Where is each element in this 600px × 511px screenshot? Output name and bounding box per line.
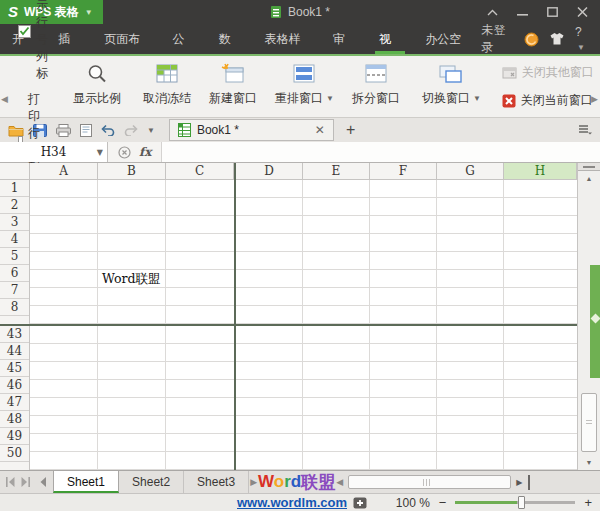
column-header-E[interactable]: E	[303, 163, 370, 179]
status-view-icon[interactable]	[353, 497, 367, 509]
row-header-49[interactable]: 49	[0, 428, 29, 445]
row-header-48[interactable]: 48	[0, 411, 29, 428]
cell-b6-text[interactable]: Word联盟	[102, 270, 161, 288]
column-header-C[interactable]: C	[166, 163, 234, 179]
workbook-tab[interactable]: Book1 * ✕	[169, 119, 334, 141]
vertical-split-handle[interactable]	[578, 163, 600, 171]
menu-tab-视图[interactable]: 视图	[367, 24, 413, 54]
row-header-47[interactable]: 47	[0, 394, 29, 411]
print-icon[interactable]	[56, 124, 71, 137]
close-other-windows-icon	[502, 66, 517, 79]
name-box[interactable]: H34 ▼	[0, 142, 108, 162]
row-header-1[interactable]: 1	[0, 180, 29, 197]
row-header-3[interactable]: 3	[0, 214, 29, 231]
menu-tab-表格样式[interactable]: 表格样式	[253, 24, 321, 54]
new-window-button[interactable]: 新建窗口	[200, 56, 266, 117]
new-window-icon	[221, 63, 245, 85]
scroll-right-icon[interactable]: ▶	[516, 478, 522, 487]
menu-tab-数据[interactable]: 数据	[207, 24, 253, 54]
minimize-button[interactable]	[516, 6, 528, 18]
title-bar: Book1 * S WPS 表格 ▼	[0, 0, 600, 24]
row-header-46[interactable]: 46	[0, 377, 29, 394]
menu-tab-插入[interactable]: 插入	[46, 24, 92, 54]
first-sheet-icon[interactable]	[5, 477, 16, 487]
spreadsheet-grid: ABCDEFGH 12345678 4344454647484950 Word联…	[0, 163, 600, 470]
scroll-up-icon[interactable]: ▲	[578, 171, 600, 186]
column-header-D[interactable]: D	[236, 163, 303, 179]
close-window-button[interactable]	[576, 6, 588, 18]
zoom-out-button[interactable]: −	[439, 494, 447, 511]
chevron-down-icon: ▼	[97, 148, 103, 157]
login-status[interactable]: 未登录	[481, 22, 514, 56]
column-header-row: ABCDEFGH	[0, 163, 577, 180]
collapse-ribbon-button[interactable]	[486, 6, 498, 18]
row-header-50[interactable]: 50	[0, 445, 29, 462]
status-bar: www.wordlm.com 100 % − +	[0, 493, 600, 511]
row-header-4[interactable]: 4	[0, 231, 29, 248]
arrange-windows-button[interactable]: 重排窗口▼	[266, 56, 343, 117]
new-tab-button[interactable]: +	[346, 121, 355, 139]
account-icon[interactable]	[524, 32, 539, 47]
sheet-tab-Sheet3[interactable]: Sheet3	[184, 471, 249, 493]
column-header-G[interactable]: G	[437, 163, 504, 179]
workbook-sheet-icon	[178, 123, 191, 137]
undo-icon[interactable]	[101, 124, 115, 136]
ribbon-scroll-left-icon[interactable]: ◀	[1, 94, 8, 104]
formula-input[interactable]	[161, 142, 600, 162]
redo-icon[interactable]	[124, 124, 138, 136]
circle-x-icon[interactable]	[118, 146, 131, 159]
column-header-F[interactable]: F	[370, 163, 437, 179]
horizontal-split-handle[interactable]	[528, 475, 530, 490]
column-header-B[interactable]: B	[98, 163, 166, 179]
close-current-window-button[interactable]: 关闭当前窗口	[502, 92, 594, 109]
toolbar-options-button[interactable]	[578, 124, 592, 136]
insert-function-button[interactable]: fx	[139, 145, 151, 159]
row-header-43[interactable]: 43	[0, 326, 29, 343]
print-preview-icon[interactable]	[80, 124, 92, 137]
row-header-6[interactable]: 6	[0, 265, 29, 282]
row-header-8[interactable]: 8	[0, 299, 29, 316]
freeze-line-vertical[interactable]	[234, 163, 236, 470]
row-header-44[interactable]: 44	[0, 343, 29, 360]
checkbox-checked-icon	[18, 25, 31, 38]
column-header-H[interactable]: H	[504, 163, 577, 179]
last-sheet-icon[interactable]	[20, 477, 31, 487]
maximize-button[interactable]	[546, 6, 558, 18]
switch-windows-button[interactable]: 切换窗口▼	[413, 56, 490, 117]
close-other-windows-button[interactable]: 关闭其他窗口	[502, 64, 594, 81]
zoom-in-button[interactable]: +	[584, 494, 592, 511]
more-commands-icon[interactable]: ▼	[147, 126, 155, 135]
split-window-button[interactable]: 拆分窗口	[343, 56, 409, 117]
menu-tab-办公空间[interactable]: 办公空间	[413, 24, 481, 54]
menu-tab-审阅[interactable]: 审阅	[321, 24, 367, 54]
zoom-slider[interactable]	[455, 501, 575, 504]
zoom-scale-button[interactable]: 显示比例	[64, 56, 130, 117]
help-button[interactable]: ?▼	[575, 25, 590, 53]
sheet-tab-Sheet2[interactable]: Sheet2	[119, 471, 184, 493]
unfreeze-panes-button[interactable]: 取消冻结	[134, 56, 200, 117]
cells-bottom-pane[interactable]	[30, 326, 577, 470]
row-header-5[interactable]: 5	[0, 248, 29, 265]
select-all-corner[interactable]	[0, 163, 30, 179]
menu-tab-公式[interactable]: 公式	[161, 24, 207, 54]
ribbon-scroll-right-icon[interactable]: ▶	[591, 94, 598, 104]
horizontal-scrollbar[interactable]	[348, 475, 511, 489]
row-header-45[interactable]: 45	[0, 360, 29, 377]
prev-sheet-icon[interactable]	[39, 477, 47, 487]
freeze-line-horizontal[interactable]	[0, 324, 577, 326]
cells-top-pane[interactable]	[30, 180, 577, 324]
column-header-A[interactable]: A	[30, 163, 98, 179]
vertical-scroll-thumb[interactable]	[581, 393, 597, 452]
close-tab-icon[interactable]: ✕	[315, 123, 325, 137]
scroll-down-icon[interactable]: ▼	[578, 455, 600, 470]
checkbox-show-row-col-headers[interactable]: 显示行号列标	[18, 0, 48, 82]
row-header-2[interactable]: 2	[0, 197, 29, 214]
watermark-suffix: 联盟	[301, 471, 335, 494]
arrange-windows-icon	[292, 63, 316, 85]
sheet-tab-Sheet1[interactable]: Sheet1	[53, 471, 119, 493]
zoom-slider-thumb[interactable]	[518, 496, 525, 509]
magnifier-icon	[86, 63, 108, 85]
skin-shirt-icon[interactable]	[549, 32, 565, 46]
menu-tab-页面布局[interactable]: 页面布局	[92, 24, 160, 54]
row-header-7[interactable]: 7	[0, 282, 29, 299]
